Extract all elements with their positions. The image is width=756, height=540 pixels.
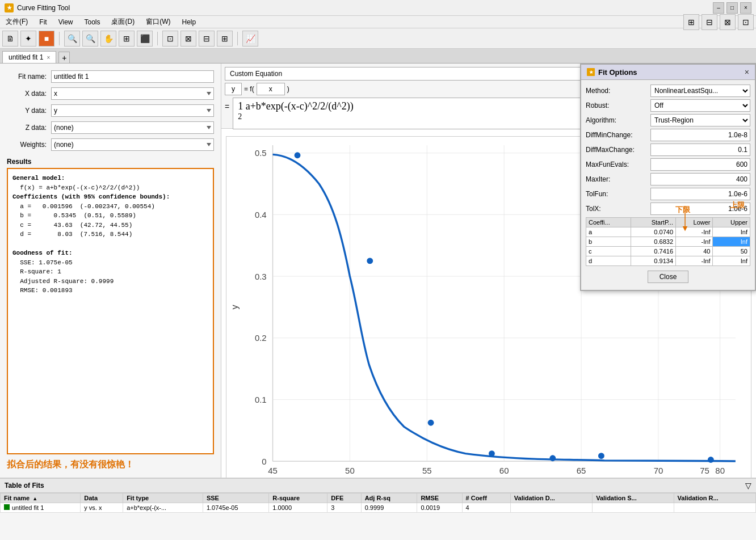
minimize-btn[interactable]: – (713, 2, 724, 14)
grid3-btn[interactable]: ⊟ (199, 31, 215, 47)
x-data-select[interactable]: x (51, 87, 214, 100)
results-line-6: c = 43.63 (42.72, 44.55) (12, 221, 208, 230)
eq-equals-label: = f( (244, 85, 254, 93)
menu-file[interactable]: 文件(F) (2, 16, 31, 28)
bottom-section: Table of Fits ▽ Fit name ▲ Data Fit type… (0, 478, 756, 540)
title-bar: ★ Curve Fitting Tool – □ × (0, 0, 756, 16)
th-val-r[interactable]: Validation R... (674, 493, 755, 503)
th-rsquare[interactable]: R-square (269, 493, 327, 503)
th-adj-rsq[interactable]: Adj R-sq (361, 493, 417, 503)
svg-text:60: 60 (499, 466, 509, 475)
results-line-3: Coefficients (with 95% confidence bounds… (12, 192, 208, 202)
svg-text:0: 0 (262, 457, 266, 466)
th-sse[interactable]: SSE (203, 493, 268, 503)
td-sse: 1.0745e-05 (203, 503, 268, 513)
dock-btn[interactable]: ⊞ (683, 14, 699, 30)
float-btn[interactable]: ⊟ (702, 14, 717, 30)
coeff-c-upper[interactable]: 50 (713, 247, 750, 256)
coeff-b-start[interactable]: 0.6832 (631, 237, 676, 247)
data-cursor-btn[interactable]: ⊞ (119, 31, 135, 47)
coeff-b-lower[interactable]: -Inf (676, 237, 713, 247)
coeff-c-start[interactable]: 0.7416 (631, 247, 676, 256)
results-line-13: RMSE: 0.001893 (12, 286, 208, 296)
results-line-1: General model: (12, 174, 208, 183)
th-fit-name[interactable]: Fit name ▲ (1, 493, 81, 503)
menu-fit[interactable]: Fit (36, 17, 50, 27)
menu-view[interactable]: View (55, 17, 77, 27)
th-dfe[interactable]: DFE (327, 493, 361, 503)
close-panel-btn[interactable]: Close (648, 271, 689, 283)
diffmaxchange-label: DiffMaxChange: (586, 146, 648, 154)
coeff-c-lower[interactable]: 40 (676, 247, 713, 256)
weights-select[interactable]: (none) (51, 138, 214, 151)
tile-btn[interactable]: ⊠ (720, 14, 736, 30)
maxiter-input[interactable] (650, 173, 750, 185)
bottom-scroll-icon[interactable]: ▽ (745, 481, 751, 490)
grid4-btn[interactable]: ⊞ (217, 31, 233, 47)
method-select[interactable]: NonlinearLeastSqu... (650, 85, 750, 97)
coeff-d-upper[interactable]: Inf (713, 256, 750, 266)
coeff-d-lower[interactable]: -Inf (676, 256, 713, 266)
scatter-btn[interactable]: ✦ (20, 31, 36, 47)
plot-btn[interactable]: 📈 (242, 31, 258, 47)
pan-btn[interactable]: ✋ (100, 31, 116, 47)
th-ncoeff[interactable]: # Coeff (462, 493, 510, 503)
algorithm-select[interactable]: Trust-Region (650, 114, 750, 126)
method-row: Method: NonlinearLeastSqu... (586, 85, 750, 97)
tab-untitled-fit-1[interactable]: untitled fit 1 × (2, 51, 56, 63)
zoom-out-btn[interactable]: 🔍 (64, 31, 80, 47)
coeff-a-start[interactable]: 0.0740 (631, 227, 676, 237)
brush-btn[interactable]: ⬛ (137, 31, 153, 47)
coeff-d-start[interactable]: 0.9134 (631, 256, 676, 266)
svg-text:75: 75 (700, 466, 709, 475)
data-point-1 (295, 152, 301, 158)
tolx-input[interactable] (650, 202, 750, 215)
center-panel: Custom Equation Auto fit = f( ) = (221, 64, 756, 478)
maxfunevals-input[interactable] (650, 158, 750, 171)
algorithm-row: Algorithm: Trust-Region (586, 114, 750, 126)
menu-tools[interactable]: Tools (81, 17, 103, 27)
robust-select[interactable]: Off (650, 99, 750, 112)
tab-add-btn[interactable]: + (58, 52, 70, 63)
x-var-input[interactable] (257, 83, 285, 95)
coeff-a-upper[interactable]: Inf (713, 227, 750, 237)
menu-help[interactable]: Help (178, 17, 199, 27)
sep3 (237, 32, 238, 45)
tolfun-input[interactable] (650, 188, 750, 200)
td-val-d (510, 503, 592, 513)
results-line-8 (12, 239, 208, 249)
maximize-btn[interactable]: □ (726, 2, 738, 14)
menu-desktop[interactable]: 桌面(D) (108, 16, 138, 28)
fit-name-input[interactable] (51, 70, 214, 83)
table-container[interactable]: Fit name ▲ Data Fit type SSE R-square DF… (0, 493, 756, 540)
resize-btn[interactable]: ⊡ (738, 14, 754, 30)
fit-options-close-icon[interactable]: × (745, 68, 749, 77)
maxiter-label: MaxIter: (586, 175, 648, 183)
grid2-btn[interactable]: ⊠ (180, 31, 196, 47)
menu-window[interactable]: 窗口(W) (142, 16, 174, 28)
th-rmse[interactable]: RMSE (417, 493, 462, 503)
y-var-input[interactable] (225, 83, 242, 95)
th-val-s[interactable]: Validation S... (593, 493, 674, 503)
th-val-d[interactable]: Validation D... (510, 493, 592, 503)
th-data[interactable]: Data (81, 493, 123, 503)
th-fit-type[interactable]: Fit type (123, 493, 203, 503)
diffmaxchange-input[interactable] (650, 144, 750, 156)
zoom-in-btn[interactable]: 🔍 (82, 31, 98, 47)
coeff-a-lower[interactable]: -Inf (676, 227, 713, 237)
tab-close-btn[interactable]: × (47, 54, 50, 61)
z-data-row: Z data: (none) (7, 121, 214, 134)
grid-btn[interactable]: ⊡ (162, 31, 178, 47)
y-data-select[interactable]: y (51, 104, 214, 117)
svg-text:0.5: 0.5 (255, 148, 267, 158)
svg-text:0.3: 0.3 (255, 272, 267, 281)
table-row[interactable]: untitled fit 1 y vs. x a+b*exp(-(x-... 1… (1, 503, 756, 513)
color-btn[interactable]: ■ (39, 31, 54, 47)
close-btn[interactable]: × (740, 2, 751, 14)
diffminchange-input[interactable] (650, 129, 750, 141)
z-data-select[interactable]: (none) (51, 121, 214, 134)
new-btn[interactable]: 🗎 (2, 31, 18, 47)
coeff-b-upper[interactable]: Inf (713, 237, 750, 247)
results-box: General model: f(x) = a+b*exp(-(x-c)^2/2… (7, 168, 214, 454)
td-adj-rsq: 0.9999 (361, 503, 417, 513)
